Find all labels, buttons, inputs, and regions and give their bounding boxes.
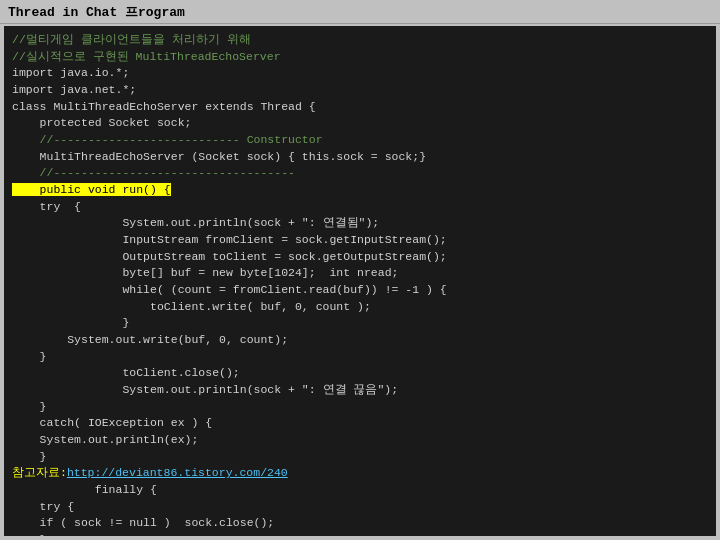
code-line: try { [12,199,708,216]
code-line: class MultiThreadEchoServer extends Thre… [12,99,708,116]
code-line: 참고자료:http://deviant86.tistory.com/240 [12,465,708,482]
code-line: } [12,449,708,466]
window: Thread in Chat 프rogram //멀티게임 클라이언트들을 처리… [0,0,720,540]
code-line: protected Socket sock; [12,115,708,132]
code-line: } [12,399,708,416]
window-title: Thread in Chat 프rogram [8,3,185,21]
code-line: System.out.write(buf, 0, count); [12,332,708,349]
code-line: import java.net.*; [12,82,708,99]
code-container: //멀티게임 클라이언트들을 처리하기 위해//실시적으로 구현된 MultiT… [4,26,716,536]
code-line: System.out.println(sock + ": 연결 끊음"); [12,382,708,399]
code-line: try { [12,499,708,516]
code-line: } [12,349,708,366]
code-line: while( (count = fromClient.read(buf)) !=… [12,282,708,299]
code-line: catch( IOException ex ) { [12,415,708,432]
code-line: toClient.close(); [12,365,708,382]
code-line: //----------------------------------- [12,165,708,182]
code-line: public void run() { [12,182,708,199]
code-line: byte[] buf = new byte[1024]; int nread; [12,265,708,282]
code-line: System.out.println(sock + ": 연결됨"); [12,215,708,232]
code-line: //멀티게임 클라이언트들을 처리하기 위해 [12,32,708,49]
code-line: if ( sock != null ) sock.close(); [12,515,708,532]
code-line: MultiThreadEchoServer (Socket sock) { th… [12,149,708,166]
code-line: //실시적으로 구현된 MultiThreadEchoServer [12,49,708,66]
code-line: toClient.write( buf, 0, count ); [12,299,708,316]
code-area: //멀티게임 클라이언트들을 처리하기 위해//실시적으로 구현된 MultiT… [4,26,716,536]
code-line: //--------------------------- Constructo… [12,132,708,149]
title-bar: Thread in Chat 프rogram [0,0,720,24]
code-line: System.out.println(ex); [12,432,708,449]
code-line: } [12,315,708,332]
code-line: } [12,532,708,536]
code-line: import java.io.*; [12,65,708,82]
code-line: finally { [12,482,708,499]
code-line: OutputStream toClient = sock.getOutputSt… [12,249,708,266]
code-line: InputStream fromClient = sock.getInputSt… [12,232,708,249]
